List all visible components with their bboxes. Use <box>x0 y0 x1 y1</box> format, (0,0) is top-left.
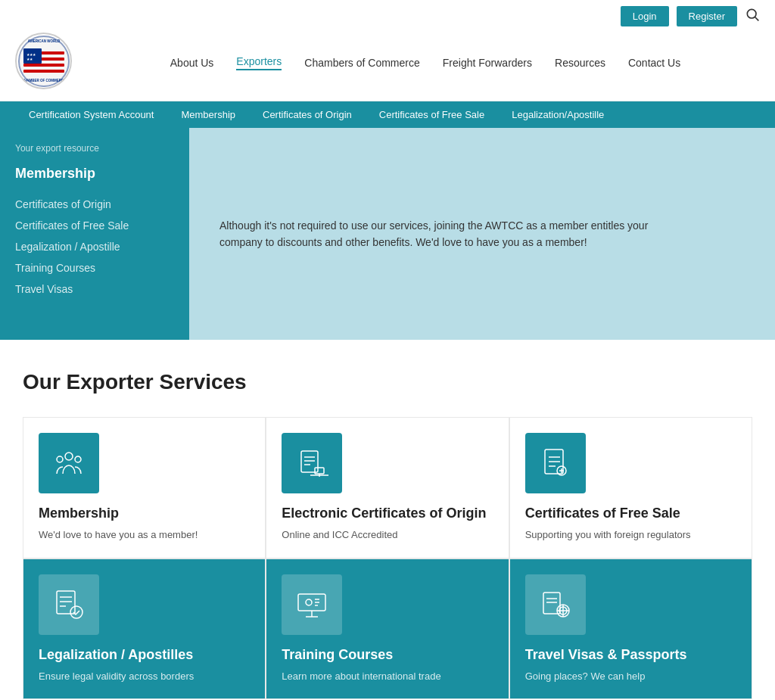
top-bar: Login Register <box>0 0 775 33</box>
nav-resources[interactable]: Resources <box>555 57 605 69</box>
training-icon <box>295 588 328 621</box>
sidebar-heading: Membership <box>15 166 174 182</box>
svg-rect-21 <box>315 468 324 474</box>
list-item: Travel Visas <box>15 278 174 300</box>
svg-text:AMERICAN WORLD: AMERICAN WORLD <box>27 39 60 43</box>
certificate-icon <box>295 446 328 480</box>
nav-contact[interactable]: Contact Us <box>628 57 680 69</box>
card-desc-training: Learn more about international trade <box>282 669 493 684</box>
card-title-training: Training Courses <box>282 647 493 663</box>
card-title-membership: Membership <box>39 506 250 521</box>
logo: ★★★ ★★ AMERICAN WORLD CHAMBER OF COMMERC… <box>15 33 72 89</box>
service-card-legalization[interactable]: Legalization / Apostilles Ensure legal v… <box>23 558 266 700</box>
services-section: Our Exporter Services Membership We'd lo… <box>0 340 775 700</box>
sidebar-link-travel[interactable]: Travel Visas <box>15 283 73 295</box>
svg-point-35 <box>70 606 82 618</box>
svg-line-1 <box>755 17 759 21</box>
card-title-cofs: Certificates of Free Sale <box>525 506 736 521</box>
search-button[interactable] <box>745 7 760 26</box>
list-item: Certificates of Free Sale <box>15 215 174 236</box>
nav-exporters[interactable]: Exporters <box>236 55 282 70</box>
card-desc-ecoo: Online and ICC Accredited <box>282 527 493 543</box>
content-wrapper: Your export resource Membership Certific… <box>0 128 775 340</box>
sidebar-links: Certificates of Origin Certificates of F… <box>15 194 174 300</box>
sidebar-link-training[interactable]: Training Courses <box>15 262 95 274</box>
card-desc-travel: Going places? We can help <box>525 669 736 684</box>
services-title: Our Exporter Services <box>23 370 752 394</box>
sidebar: Your export resource Membership Certific… <box>0 128 189 340</box>
svg-rect-31 <box>57 591 75 614</box>
nav-about-us[interactable]: About Us <box>170 57 214 69</box>
card-desc-membership: We'd love to have you as a member! <box>39 527 250 543</box>
main-header: ★★★ ★★ AMERICAN WORLD CHAMBER OF COMMERC… <box>0 33 775 101</box>
travel-icon-box <box>525 574 586 635</box>
svg-rect-6 <box>23 70 64 73</box>
svg-point-15 <box>75 456 81 462</box>
sub-nav-certificates-free-sale[interactable]: Certificates of Free Sale <box>366 101 498 128</box>
main-navigation: About Us Exporters Chambers of Commerce … <box>91 55 760 70</box>
list-item: Training Courses <box>15 257 174 278</box>
ecoo-icon-box <box>282 433 342 493</box>
membership-icon-box <box>39 433 99 493</box>
sub-nav-certificates-origin[interactable]: Certificates of Origin <box>249 101 366 128</box>
list-item: Certificates of Origin <box>15 194 174 215</box>
service-card-cofs[interactable]: Certificates of Free Sale Supporting you… <box>509 417 752 558</box>
service-card-membership[interactable]: Membership We'd love to have you as a me… <box>23 417 266 558</box>
sub-navigation: Certification System Account Membership … <box>0 101 775 128</box>
service-card-ecoo[interactable]: Electronic Certificates of Origin Online… <box>266 417 509 558</box>
logo-svg: ★★★ ★★ AMERICAN WORLD CHAMBER OF COMMERC… <box>17 35 70 88</box>
svg-text:★★: ★★ <box>26 57 33 61</box>
service-card-training[interactable]: Training Courses Learn more about intern… <box>266 558 509 700</box>
svg-point-14 <box>57 456 63 462</box>
logo-area: ★★★ ★★ AMERICAN WORLD CHAMBER OF COMMERC… <box>15 33 76 93</box>
card-title-legalization: Legalization / Apostilles <box>39 647 250 663</box>
svg-point-0 <box>747 9 756 18</box>
sidebar-link-certificates-origin[interactable]: Certificates of Origin <box>15 198 111 210</box>
main-content-area: Although it's not required to use our se… <box>189 128 775 340</box>
sidebar-link-certificates-free-sale[interactable]: Certificates of Free Sale <box>15 219 129 232</box>
svg-rect-5 <box>23 64 64 67</box>
card-desc-legalization: Ensure legal validity across borders <box>39 669 250 684</box>
svg-text:CHAMBER OF COMMERCE: CHAMBER OF COMMERCE <box>21 79 66 82</box>
login-button[interactable]: Login <box>621 6 669 26</box>
service-card-travel[interactable]: Travel Visas & Passports Going places? W… <box>509 558 752 700</box>
card-title-travel: Travel Visas & Passports <box>525 647 736 663</box>
nav-chambers[interactable]: Chambers of Commerce <box>304 57 420 69</box>
legalization-icon-box <box>39 574 99 635</box>
document-icon <box>539 446 572 480</box>
cofs-icon-box <box>525 433 586 493</box>
card-desc-cofs: Supporting you with foreign regulators <box>525 527 736 543</box>
svg-point-13 <box>65 453 73 460</box>
legalization-icon <box>52 588 86 621</box>
group-icon <box>52 446 86 480</box>
svg-point-39 <box>306 599 312 605</box>
sub-nav-membership[interactable]: Membership <box>167 101 249 128</box>
travel-icon <box>539 588 572 621</box>
sidebar-tagline: Your export resource <box>15 143 174 154</box>
nav-freight[interactable]: Freight Forwarders <box>443 57 532 69</box>
search-icon <box>745 7 760 22</box>
membership-description: Although it's not required to use our se… <box>219 217 674 251</box>
card-title-ecoo: Electronic Certificates of Origin <box>282 506 493 521</box>
sidebar-link-legalization[interactable]: Legalization / Apostille <box>15 241 120 253</box>
sub-nav-legalization[interactable]: Legalization/Apostille <box>498 101 618 128</box>
list-item: Legalization / Apostille <box>15 236 174 257</box>
sub-nav-certification[interactable]: Certification System Account <box>15 101 167 128</box>
register-button[interactable]: Register <box>677 6 737 26</box>
training-icon-box <box>282 574 342 635</box>
services-grid: Membership We'd love to have you as a me… <box>23 417 752 699</box>
